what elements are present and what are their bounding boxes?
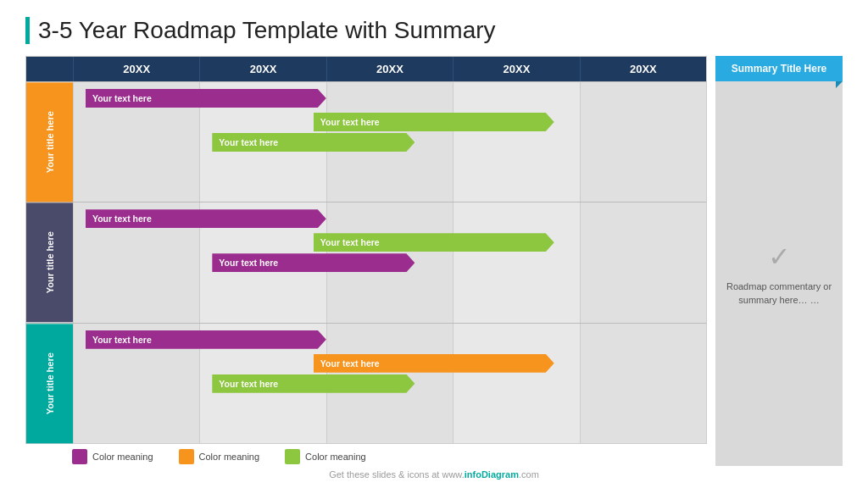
check-icon: ✓ — [768, 241, 791, 273]
label-header-spacer — [26, 57, 73, 81]
legend-item-3: Color meaning — [285, 449, 366, 464]
cell-1-4 — [453, 82, 579, 202]
legend-label-1: Color meaning — [92, 452, 153, 462]
cells-row-1: Your text here Your text here Your text … — [73, 82, 706, 202]
summary-body: ✓ Roadmap commentary or summary here… … — [715, 81, 843, 466]
cell-1-5 — [580, 82, 706, 202]
legend-swatch-2 — [179, 449, 194, 464]
row-label-2: Your title here — [26, 202, 73, 322]
cell-3-4 — [453, 324, 579, 443]
cell-2-5 — [580, 202, 706, 322]
main-area: 20XX 20XX 20XX 20XX 20XX Your title here — [25, 56, 843, 466]
page-title: 3-5 Year Roadmap Template with Summary — [25, 17, 843, 44]
row-label-1: Your title here — [26, 82, 73, 202]
data-row-3: Your title here Your text here Your text… — [26, 323, 706, 443]
legend-label-3: Color meaning — [305, 452, 366, 462]
summary-text: Roadmap commentary or summary here… … — [724, 280, 834, 308]
cell-2-2 — [199, 202, 326, 322]
cell-3-1 — [73, 324, 199, 443]
col-header-5: 20XX — [580, 57, 706, 81]
col-header-4: 20XX — [453, 57, 579, 81]
header-row: 20XX 20XX 20XX 20XX 20XX — [26, 57, 706, 81]
cells-row-2: Your text here Your text here Your text … — [73, 202, 706, 322]
cell-2-4 — [453, 202, 579, 322]
col-header-2: 20XX — [199, 57, 326, 81]
cell-3-5 — [580, 324, 706, 443]
cell-1-1 — [73, 82, 199, 202]
summary-panel: Summary Title Here ✓ Roadmap commentary … — [715, 56, 843, 466]
data-row-2: Your title here Your text here Your text… — [26, 202, 706, 322]
cell-1-3 — [326, 82, 453, 202]
col-header-1: 20XX — [73, 57, 199, 81]
footer-brand: infoDiagram — [465, 469, 519, 480]
roadmap-section: 20XX 20XX 20XX 20XX 20XX Your title here — [25, 56, 707, 466]
roadmap-table: 20XX 20XX 20XX 20XX 20XX Your title here — [25, 56, 707, 444]
cell-3-2 — [199, 324, 326, 443]
cells-row-3: Your text here Your text here Your text … — [73, 324, 706, 443]
cell-2-3 — [326, 202, 453, 322]
page: 3-5 Year Roadmap Template with Summary 2… — [0, 0, 868, 488]
legend-swatch-3 — [285, 449, 300, 464]
cell-1-2 — [199, 82, 326, 202]
cell-3-3 — [326, 324, 453, 443]
data-row-1: Your title here Your text here Your text… — [26, 81, 706, 202]
legend-item-1: Color meaning — [72, 449, 153, 464]
footer-text: Get these slides & icons at www.infoDiag… — [25, 466, 843, 480]
legend-swatch-1 — [72, 449, 87, 464]
legend-area: Color meaning Color meaning Color meanin… — [25, 444, 707, 466]
row-label-3: Your title here — [26, 324, 73, 443]
cell-2-1 — [73, 202, 199, 322]
summary-header: Summary Title Here — [715, 56, 843, 81]
legend-item-2: Color meaning — [179, 449, 260, 464]
col-header-3: 20XX — [326, 57, 453, 81]
legend-label-2: Color meaning — [199, 452, 260, 462]
